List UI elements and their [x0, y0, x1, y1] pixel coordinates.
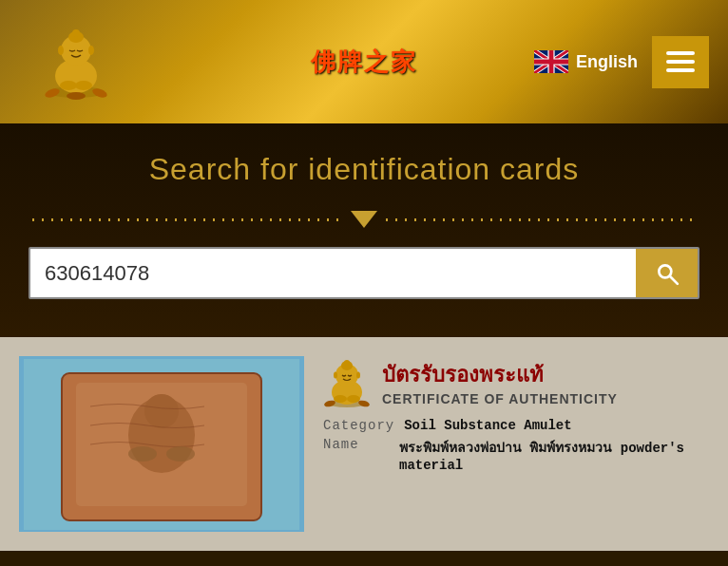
card-thai-title: บัตรรับรองพระแท้ — [382, 358, 618, 391]
uk-flag-icon — [534, 50, 568, 73]
site-title: 佛牌之家 — [311, 46, 417, 79]
header-right: English — [534, 36, 709, 88]
svg-point-27 — [344, 360, 350, 366]
card-name-label: Name — [323, 437, 390, 473]
language-label: English — [576, 52, 638, 72]
card-title-block: บัตรรับรองพระแท้ CERTIFICATE OF AUTHENTI… — [382, 358, 618, 406]
card-image-area — [19, 356, 304, 532]
search-button[interactable] — [636, 249, 698, 297]
language-selector[interactable]: English — [534, 50, 638, 73]
search-bar — [29, 247, 699, 299]
svg-point-33 — [357, 400, 370, 408]
card-eng-title: CERTIFICATE OF AUTHENTICITY — [382, 391, 618, 406]
menu-line-2 — [666, 60, 695, 64]
divider-dots-left — [29, 218, 346, 221]
divider — [29, 211, 699, 228]
card-info: บัตรรับรองพระแท้ CERTIFICATE OF AUTHENTI… — [323, 356, 709, 532]
site-logo — [19, 24, 133, 100]
search-icon — [655, 261, 680, 286]
divider-triangle — [351, 211, 377, 228]
svg-point-20 — [128, 446, 157, 462]
buddha-icon — [43, 24, 109, 100]
divider-dots-right — [382, 218, 699, 221]
card-name-value: พระพิมพ์หลวงพ่อปาน พิมพ์ทรงหมวน powder's… — [399, 437, 709, 473]
svg-point-4 — [72, 29, 80, 37]
svg-point-30 — [334, 395, 347, 403]
amulet-image — [24, 359, 299, 530]
svg-point-31 — [347, 395, 360, 403]
svg-point-5 — [58, 46, 64, 55]
search-section: Search for identification cards — [0, 123, 728, 337]
card-header-row: บัตรรับรองพระแท้ CERTIFICATE OF AUTHENTI… — [323, 356, 709, 408]
svg-point-29 — [356, 372, 360, 379]
menu-line-3 — [666, 68, 695, 72]
search-input[interactable] — [30, 249, 636, 297]
svg-point-32 — [323, 400, 335, 408]
card-name-field: Name พระพิมพ์หลวงพ่อปาน พิมพ์ทรงหมวน pow… — [323, 437, 709, 473]
svg-point-21 — [166, 446, 195, 462]
svg-point-28 — [334, 372, 337, 379]
svg-point-7 — [60, 81, 77, 90]
card-category-label: Category — [323, 418, 394, 433]
card-buddha-icon — [323, 356, 371, 408]
menu-line-1 — [666, 51, 695, 55]
site-header: 佛牌之家 English — [0, 0, 728, 123]
card-category-field: Category Soil Substance Amulet — [323, 418, 709, 433]
card-category-value: Soil Substance Amulet — [404, 418, 571, 433]
svg-point-8 — [75, 81, 92, 90]
menu-button[interactable] — [652, 36, 709, 88]
svg-point-6 — [88, 46, 94, 55]
card-section: บัตรรับรองพระแท้ CERTIFICATE OF AUTHENTI… — [0, 337, 728, 551]
svg-point-19 — [144, 394, 179, 428]
svg-line-14 — [670, 276, 678, 284]
svg-point-11 — [67, 92, 86, 100]
search-title: Search for identification cards — [29, 152, 699, 187]
